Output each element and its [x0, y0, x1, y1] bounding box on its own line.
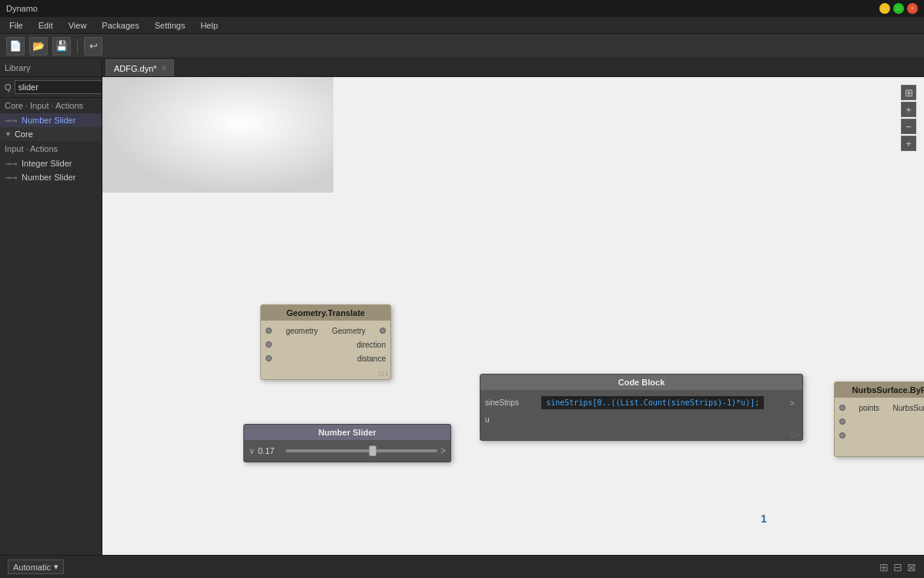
zoom-controls: ⊞ + − + — [901, 85, 916, 151]
menu-settings[interactable]: Settings — [152, 19, 189, 32]
fit-zoom-button[interactable]: ⊞ — [901, 85, 916, 100]
sidebar: Q × Core · Input · Actions ⊸⊸ Number Sli… — [0, 77, 102, 555]
distance-in-port[interactable] — [266, 355, 272, 361]
code-port-row-1: sineStrips sineStrips[0..((List.Count(si… — [480, 393, 802, 412]
sidebar-section-input-actions: Input · Actions — [0, 141, 102, 156]
menu-edit[interactable]: Edit — [35, 19, 56, 32]
points-port-row: points NurbsSurface — [835, 401, 924, 415]
statusbar: Automatic ▾ ⊞ ⊟ ⊠ — [0, 555, 924, 578]
geometry-translate-body: geometry Geometry direction distance — [261, 321, 390, 368]
slider-value-display: 0.17 — [258, 446, 283, 455]
automatic-label: Automatic — [13, 563, 51, 572]
toolbar-separator — [77, 39, 78, 54]
save-button[interactable]: 💾 — [52, 37, 71, 55]
vdegree-port-row: vDegree — [835, 428, 924, 442]
sidebar-item-number-slider-2[interactable]: ⊸⊸ Number Slider — [0, 170, 102, 184]
slider-thumb[interactable] — [369, 445, 377, 456]
slider-row: ∨ 0.17 > — [244, 443, 450, 459]
automatic-dropdown[interactable]: Automatic ▾ — [8, 560, 64, 574]
points-in-port[interactable] — [839, 405, 845, 411]
udegree-port-row: uDegree — [835, 415, 924, 428]
number-slider-header: Number Slider — [244, 425, 450, 440]
nurbs-surface-node[interactable]: NurbsSurface.ByPoints points NurbsSurfac… — [834, 381, 924, 457]
number-slider-icon: ⊸⊸ — [5, 173, 17, 182]
statusbar-right: ⊞ ⊟ ⊠ — [879, 561, 916, 573]
grid-status-icon[interactable]: ⊞ — [879, 561, 889, 573]
search-input[interactable] — [15, 80, 102, 94]
menubar: File Edit View Packages Settings Help — [0, 17, 924, 34]
menu-help[interactable]: Help — [197, 19, 221, 32]
minimize-button[interactable]: ─ — [879, 3, 890, 14]
tab-main[interactable]: ADFG.dyn* × — [105, 59, 174, 76]
number-slider-body: ∨ 0.17 > — [244, 440, 450, 462]
nurbs-surface-header: NurbsSurface.ByPoints — [835, 382, 924, 398]
search-label: Q — [5, 82, 12, 92]
code-block-body: sineStrips sineStrips[0..((List.Count(si… — [480, 390, 802, 429]
vdegree-in-port[interactable] — [839, 432, 845, 439]
code-freeze-icon: □ — [792, 431, 795, 439]
undo-button[interactable]: ↩ — [84, 37, 102, 55]
open-button[interactable]: 📂 — [29, 37, 48, 55]
layout-status-icon[interactable]: ⊟ — [893, 561, 902, 573]
canvas-area[interactable]: ⊞ + − + Geometry.Translate geometry Geom… — [102, 77, 924, 555]
slider-right-icon[interactable]: > — [440, 445, 446, 456]
zoom-in-button[interactable]: + — [901, 102, 916, 117]
udegree-in-port[interactable] — [839, 418, 845, 425]
geometry-translate-header: Geometry.Translate — [261, 305, 390, 321]
tab-label: ADFG.dyn* — [114, 64, 157, 73]
nurbs-footer: □ i — [835, 445, 924, 456]
close-button[interactable]: × — [907, 3, 918, 14]
code-info-icon: i — [798, 431, 799, 439]
geometry-port-row: geometry Geometry — [261, 324, 390, 338]
direction-in-port[interactable] — [266, 341, 272, 348]
number-label-1: 1 — [761, 512, 767, 525]
search-bar: Q × — [0, 77, 102, 98]
scene-svg — [102, 77, 333, 193]
svg-rect-0 — [102, 77, 333, 193]
slider-track[interactable] — [286, 449, 437, 452]
zoom-out-button[interactable]: − — [901, 119, 916, 134]
titlebar-controls: ─ □ × — [879, 3, 918, 14]
sidebar-item-integer-slider[interactable]: ⊸⊸ Integer Slider — [0, 156, 102, 170]
dropdown-chevron-icon: ▾ — [54, 562, 59, 572]
node-preview-icon: i — [386, 370, 387, 378]
code-port-row-2: u — [480, 412, 802, 426]
library-label: Library — [5, 63, 31, 72]
geometry-in-port[interactable] — [266, 328, 272, 334]
sidebar-item-number-slider-1[interactable]: ⊸⊸ Number Slider — [0, 113, 102, 127]
direction-port-row: direction — [261, 338, 390, 351]
slider-left-icon[interactable]: ∨ — [249, 446, 255, 456]
integer-slider-icon: ⊸⊸ — [5, 160, 17, 168]
fit-status-icon[interactable]: ⊠ — [907, 561, 916, 573]
titlebar: Dynamo ─ □ × — [0, 0, 924, 17]
menu-view[interactable]: View — [65, 19, 90, 32]
code-block-header: Code Block — [480, 375, 802, 390]
chevron-down-icon: ▼ — [5, 130, 12, 138]
toolbar: 📄 📂 💾 ↩ — [0, 34, 924, 59]
app-title: Dynamo — [6, 4, 38, 13]
menu-file[interactable]: File — [6, 19, 26, 32]
number-slider-node[interactable]: Number Slider ∨ 0.17 > — [243, 424, 451, 462]
code-block-node[interactable]: Code Block sineStrips sineStrips[0..((Li… — [480, 374, 803, 441]
geometry-translate-footer: □ i — [261, 368, 390, 379]
code-block-footer: □ i — [480, 429, 802, 440]
nurbs-surface-body: points NurbsSurface uDegree vDegree — [835, 398, 924, 445]
zoom-fit-button[interactable]: + — [901, 136, 916, 151]
new-button[interactable]: 📄 — [6, 37, 25, 55]
code-highlight: sineStrips[0..((List.Count(sineStrips)-1… — [546, 398, 759, 407]
geometry-out-port[interactable] — [380, 328, 386, 334]
menu-packages[interactable]: Packages — [99, 19, 142, 32]
geometry-translate-node[interactable]: Geometry.Translate geometry Geometry dir… — [260, 304, 391, 380]
distance-port-row: distance — [261, 351, 390, 365]
code-block-output-arrow[interactable]: > — [787, 398, 798, 408]
core-label: Core — [15, 129, 33, 139]
node-freeze-icon: □ — [380, 370, 383, 378]
tab-close-icon[interactable]: × — [162, 64, 166, 72]
sidebar-group-core[interactable]: ▼ Core — [0, 127, 102, 141]
code-content[interactable]: sineStrips[0..((List.Count(sineStrips)-1… — [541, 396, 764, 409]
slider-icon-1: ⊸⊸ — [5, 116, 17, 125]
maximize-button[interactable]: □ — [893, 3, 904, 14]
sidebar-section-core-input: Core · Input · Actions — [0, 98, 102, 113]
